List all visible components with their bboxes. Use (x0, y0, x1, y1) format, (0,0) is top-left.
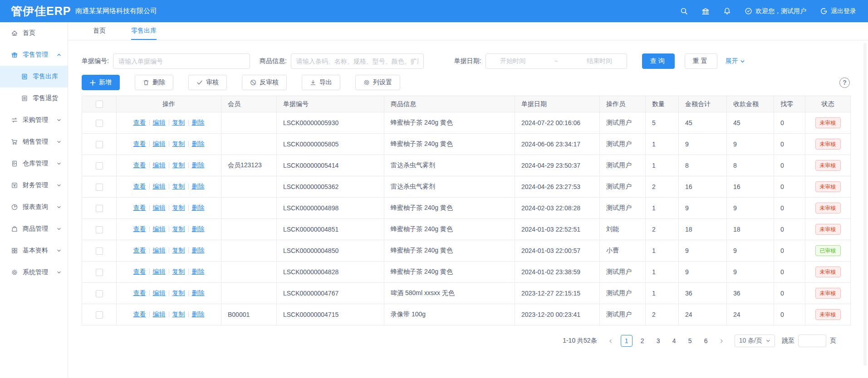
view-link[interactable]: 查看 (133, 225, 146, 233)
edit-link[interactable]: 编辑 (153, 119, 166, 126)
view-link[interactable]: 查看 (133, 247, 146, 254)
copy-link[interactable]: 复制 (172, 310, 185, 318)
sidebar-group-sales[interactable]: 销售管理 (0, 131, 68, 153)
view-link[interactable]: 查看 (133, 204, 146, 211)
copy-link[interactable]: 复制 (172, 119, 185, 126)
row-checkbox[interactable] (96, 247, 103, 255)
edit-link[interactable]: 编辑 (153, 310, 166, 318)
add-button[interactable]: 新增 (82, 75, 120, 90)
copy-link[interactable]: 复制 (172, 225, 185, 233)
select-all-checkbox[interactable] (96, 101, 103, 108)
tab-home[interactable]: 首页 (93, 22, 106, 40)
sidebar-group-system[interactable]: 系统管理 (0, 262, 68, 283)
page-button-5[interactable]: 5 (684, 335, 696, 347)
copy-link[interactable]: 复制 (172, 289, 185, 296)
view-link[interactable]: 查看 (133, 183, 146, 190)
copy-link[interactable]: 复制 (172, 268, 185, 275)
page-size-select[interactable]: 10 条/页 (735, 334, 775, 347)
row-checkbox[interactable] (96, 120, 103, 127)
delete-link[interactable]: 删除 (192, 183, 205, 190)
copy-link[interactable]: 复制 (172, 161, 185, 169)
page-button-3[interactable]: 3 (652, 335, 664, 347)
delete-link[interactable]: 删除 (192, 289, 205, 296)
view-link[interactable]: 查看 (133, 289, 146, 296)
row-checkbox[interactable] (96, 269, 103, 276)
user-welcome[interactable]: 欢迎您，测试用户 (745, 7, 806, 15)
delete-link[interactable]: 删除 (192, 140, 205, 147)
delete-link[interactable]: 删除 (192, 204, 205, 211)
delete-link[interactable]: 删除 (192, 225, 205, 233)
search-icon[interactable] (680, 7, 688, 15)
delete-link[interactable]: 删除 (192, 268, 205, 275)
view-link[interactable]: 查看 (133, 310, 146, 318)
delete-link[interactable]: 删除 (192, 247, 205, 254)
sidebar-group-reports[interactable]: 报表查询 (0, 196, 68, 218)
product-cell: 啤酒 580ml xxsxx 无色 (384, 283, 515, 304)
doc-icon (21, 95, 28, 102)
date-end-placeholder[interactable]: 结束时间 (587, 57, 612, 65)
sidebar-group-goods[interactable]: 商品管理 (0, 218, 68, 240)
scrollbar-track[interactable] (863, 43, 867, 366)
delete-link[interactable]: 删除 (192, 119, 205, 126)
row-checkbox[interactable] (96, 162, 103, 170)
operator-cell: 刘能 (600, 219, 646, 240)
bell-icon[interactable] (723, 7, 731, 15)
edit-link[interactable]: 编辑 (153, 183, 166, 190)
sidebar-group-warehouse[interactable]: 仓库管理 (0, 153, 68, 174)
copy-link[interactable]: 复制 (172, 204, 185, 211)
next-page-button[interactable] (716, 335, 728, 347)
copy-link[interactable]: 复制 (172, 140, 185, 147)
column-settings-button[interactable]: 列设置 (355, 75, 400, 90)
logout-button[interactable]: 退出登录 (820, 7, 856, 15)
copy-link[interactable]: 复制 (172, 183, 185, 190)
sidebar-item-retail-return[interactable]: 零售退货 (0, 87, 68, 109)
page-button-4[interactable]: 4 (668, 335, 680, 347)
sidebar-item-home[interactable]: 首页 (0, 22, 68, 44)
edit-link[interactable]: 编辑 (153, 140, 166, 147)
delete-link[interactable]: 删除 (192, 310, 205, 318)
row-checkbox[interactable] (96, 311, 103, 319)
row-checkbox[interactable] (96, 141, 103, 148)
help-icon[interactable]: ? (839, 78, 850, 88)
expand-link[interactable]: 展开 (726, 57, 745, 65)
sidebar-group-basic-data[interactable]: 基本资料 (0, 240, 68, 262)
row-checkbox[interactable] (96, 290, 103, 297)
unaudit-button[interactable]: 反审核 (242, 75, 287, 90)
edit-link[interactable]: 编辑 (153, 268, 166, 275)
edit-link[interactable]: 编辑 (153, 204, 166, 211)
reset-button[interactable]: 重置 (685, 53, 717, 69)
order-no-input[interactable] (113, 53, 250, 69)
export-button[interactable]: 导出 (302, 75, 340, 90)
page-button-6[interactable]: 6 (700, 335, 712, 347)
product-info-input[interactable] (291, 53, 424, 69)
page-button-1[interactable]: 1 (621, 335, 633, 347)
search-button[interactable]: 查询 (642, 53, 675, 69)
view-link[interactable]: 查看 (133, 119, 146, 126)
view-link[interactable]: 查看 (133, 268, 146, 275)
delete-button[interactable]: 删除 (135, 75, 173, 90)
edit-link[interactable]: 编辑 (153, 247, 166, 254)
date-range-picker[interactable]: 开始时间 ~ 结束时间 (485, 53, 627, 69)
view-link[interactable]: 查看 (133, 140, 146, 147)
delete-link[interactable]: 删除 (192, 161, 205, 169)
prev-page-button[interactable] (605, 335, 617, 347)
row-checkbox[interactable] (96, 226, 103, 233)
sidebar-group-finance[interactable]: 财务管理 (0, 174, 68, 196)
edit-link[interactable]: 编辑 (153, 289, 166, 296)
page-button-2[interactable]: 2 (637, 335, 648, 347)
edit-link[interactable]: 编辑 (153, 161, 166, 169)
row-checkbox[interactable] (96, 184, 103, 191)
date-start-placeholder[interactable]: 开始时间 (500, 57, 525, 65)
view-link[interactable]: 查看 (133, 161, 146, 169)
row-checkbox[interactable] (96, 205, 103, 212)
audit-button[interactable]: 审核 (188, 75, 227, 90)
sidebar-group-retail[interactable]: 零售管理 (0, 44, 68, 66)
jump-page-input[interactable] (798, 334, 826, 347)
bank-icon[interactable] (701, 7, 710, 15)
copy-link[interactable]: 复制 (172, 247, 185, 254)
edit-link[interactable]: 编辑 (153, 225, 166, 233)
sidebar-group-purchase[interactable]: 采购管理 (0, 109, 68, 131)
col-actions: 操作 (117, 96, 221, 112)
tab-retail-outbound[interactable]: 零售出库 (131, 22, 157, 40)
sidebar-item-retail-outbound[interactable]: 零售出库 (0, 66, 68, 87)
